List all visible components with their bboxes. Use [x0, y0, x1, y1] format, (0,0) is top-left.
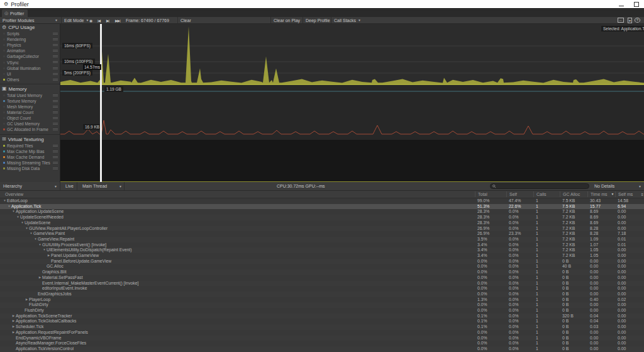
drag-handle-icon[interactable]: [53, 150, 58, 152]
drag-handle-icon[interactable]: [53, 156, 58, 158]
expand-open-icon[interactable]: ▼: [7, 204, 11, 210]
maximize-button[interactable]: [634, 2, 639, 7]
drag-handle-icon[interactable]: [53, 61, 58, 63]
legend-item-required-tiles[interactable]: Required Tiles: [0, 143, 60, 149]
column-self-ms[interactable]: Self ms: [615, 191, 644, 197]
expand-closed-icon[interactable]: ▶: [11, 314, 16, 319]
legend-item-max-cache-mip-bias[interactable]: Max Cache Mip Bias: [0, 149, 60, 154]
expand-open-icon[interactable]: ▼: [33, 237, 38, 242]
table-row[interactable]: ▶PlayerLoop1.3%0.0%10 B0.400.02: [0, 297, 644, 303]
drag-handle-icon[interactable]: [53, 55, 58, 57]
drag-handle-icon[interactable]: [53, 50, 58, 52]
drag-handle-icon[interactable]: [53, 73, 58, 75]
expand-open-icon[interactable]: ▼: [20, 220, 25, 226]
table-row[interactable]: ▼EditorLoop99.0%47.4%17.5 KB30.4314.58: [0, 198, 644, 204]
column-calls[interactable]: Calls: [533, 191, 560, 197]
table-row[interactable]: AsyncReadManager.ForceCloseFiles0.0%0.0%…: [0, 341, 644, 346]
drag-handle-icon[interactable]: [53, 117, 58, 119]
table-row[interactable]: ▼GUIUtility.ProcessEvent() [Invoke]3.4%0…: [0, 242, 644, 248]
expand-open-icon[interactable]: ▼: [11, 209, 16, 215]
drag-handle-icon[interactable]: [53, 162, 58, 164]
table-row[interactable]: ▶Material.SetPassFast0.0%0.0%10 B0.000.0…: [0, 275, 644, 281]
table-row[interactable]: ▼UIElementsUtility.DoDispatch(Repaint Ev…: [0, 247, 644, 253]
current-frame-button[interactable]: ▶▶|: [113, 17, 123, 23]
column-gc-alloc[interactable]: GC Alloc: [560, 191, 587, 197]
legend-item-ui[interactable]: UI: [0, 71, 60, 77]
drag-handle-icon[interactable]: [53, 111, 58, 113]
module-header-cpu-usage[interactable]: ⚙CPU Usage: [0, 24, 60, 31]
expand-closed-icon[interactable]: ▶: [11, 324, 16, 330]
expand-closed-icon[interactable]: ▶: [11, 330, 16, 336]
drag-handle-icon[interactable]: [53, 167, 58, 169]
drag-handle-icon[interactable]: [53, 67, 58, 69]
legend-item-mesh-memory[interactable]: Mesh Memory: [0, 104, 60, 110]
search-field[interactable]: [490, 183, 589, 189]
legend-item-gc-used-memory[interactable]: GC Used Memory: [0, 121, 60, 127]
legend-item-object-count[interactable]: Object Count: [0, 115, 60, 121]
memory-chart[interactable]: 1.19 GB 16.9 KB: [60, 85, 644, 140]
legend-item-animation[interactable]: Animation: [0, 48, 60, 54]
drag-handle-icon[interactable]: [53, 94, 58, 96]
table-row[interactable]: EndDynamicVBOFrame0.0%0.0%10 B0.000.00: [0, 336, 644, 341]
expand-open-icon[interactable]: ▼: [25, 226, 29, 232]
column-options-icon[interactable]: ≡: [641, 193, 643, 196]
module-header-memory[interactable]: ▣Memory: [0, 86, 60, 93]
expand-open-icon[interactable]: ▼: [42, 247, 47, 253]
table-row[interactable]: ▼Application.UpdateScene28.3%0.0%17.2 KB…: [0, 209, 644, 215]
table-row[interactable]: ▼GameView.Paint26.9%23.3%17.2 KB8.287.18: [0, 231, 644, 237]
column-self[interactable]: Self: [506, 191, 533, 197]
profiler-modules-dropdown[interactable]: Profiler Modules ▼: [0, 17, 60, 23]
table-row[interactable]: ▶Application.TickGlobalCallbacks0.1%0.0%…: [0, 319, 644, 324]
tab-profiler[interactable]: ◎ Profiler: [2, 9, 28, 17]
cpu-usage-chart[interactable]: Selected: Application.T 16ms (60FPS)10ms…: [60, 24, 644, 85]
table-row[interactable]: ▼UpdateSceneIfNeeded28.3%0.0%17.2 KB8.69…: [0, 215, 644, 220]
drag-handle-icon[interactable]: [53, 128, 58, 130]
table-row[interactable]: Event.Internal_MakeMasterEventCurrent() …: [0, 281, 644, 287]
table-row[interactable]: ▶Scheduler.Tick0.1%0.0%10 B0.030.00: [0, 324, 644, 330]
drag-handle-icon[interactable]: [53, 44, 58, 46]
clear-button[interactable]: Clear: [177, 17, 194, 23]
table-row[interactable]: FlushDirty0.0%0.0%10 B0.000.00: [0, 308, 644, 314]
legend-item-missing-disk-data[interactable]: Missing Disk Data: [0, 166, 60, 171]
table-row[interactable]: editorInputEvent.Invoke0.0%0.0%10 B0.000…: [0, 286, 644, 292]
virtual-texturing-chart[interactable]: [60, 140, 644, 182]
thread-dropdown[interactable]: Main Thread ▼: [80, 182, 125, 190]
drag-handle-icon[interactable]: [53, 145, 58, 147]
table-row[interactable]: ▶Application.TickSceneTracker0.1%0.0%132…: [0, 314, 644, 319]
table-row[interactable]: Application.TickVersionControl0.0%0.0%10…: [0, 346, 644, 352]
view-mode-dropdown[interactable]: Hierarchy ▼: [0, 182, 60, 190]
expand-closed-icon[interactable]: ▶: [38, 275, 42, 281]
legend-item-gc-allocated-in-frame[interactable]: GC Allocated In Frame: [0, 127, 60, 132]
details-dropdown[interactable]: No Details ▼: [592, 182, 644, 190]
selected-frame-line[interactable]: [100, 24, 102, 182]
legend-item-garbagecollector[interactable]: GarbageCollector: [0, 54, 60, 59]
expand-closed-icon[interactable]: ▶: [11, 319, 16, 324]
legend-item-material-count[interactable]: Material Count: [0, 110, 60, 115]
drag-handle-icon[interactable]: [53, 38, 58, 40]
drag-handle-icon[interactable]: [53, 123, 58, 125]
column-time-ms[interactable]: Time ms▼: [587, 191, 615, 197]
table-row[interactable]: ▶Panel.Update.GameView3.4%0.0%17.2 KB1.0…: [0, 253, 644, 259]
table-row[interactable]: GC.Alloc0.0%0.0%140 B0.000.00: [0, 264, 644, 270]
expand-open-icon[interactable]: ▼: [3, 198, 7, 204]
legend-item-global-illumination[interactable]: Global Illumination: [0, 65, 60, 71]
call-stacks-dropdown[interactable]: Call Stacks ▼: [331, 17, 364, 23]
table-row[interactable]: EndGraphicsJobs0.0%0.0%10 B0.000.00: [0, 292, 644, 297]
help-button[interactable]: ?: [632, 17, 643, 23]
column-overview[interactable]: Overview: [0, 191, 475, 197]
deep-profile-button[interactable]: Deep Profile: [303, 17, 333, 23]
expand-open-icon[interactable]: ▼: [38, 242, 42, 248]
legend-item-scripts[interactable]: Scripts: [0, 31, 60, 37]
table-row[interactable]: Graphics.Blit0.0%0.0%10 B0.000.00: [0, 270, 644, 275]
drag-handle-icon[interactable]: [53, 100, 58, 102]
table-row[interactable]: ▼GameView.Repaint3.5%0.0%17.2 KB1.090.01: [0, 237, 644, 242]
live-toggle[interactable]: Live: [62, 182, 77, 190]
expand-open-icon[interactable]: ▼: [29, 231, 33, 237]
table-row[interactable]: FlushDirty0.0%0.0%10 B0.000.00: [0, 302, 644, 308]
column-total[interactable]: Total: [475, 191, 506, 197]
expand-closed-icon[interactable]: ▶: [25, 297, 29, 303]
table-row[interactable]: ▼Application.Tick51.3%22.6%17.5 KB15.776…: [0, 204, 644, 210]
module-header-virtual-texturing[interactable]: ⊞Virtual Texturing: [0, 136, 60, 143]
legend-item-rendering[interactable]: Rendering: [0, 37, 60, 42]
expand-open-icon[interactable]: ▼: [16, 215, 20, 220]
